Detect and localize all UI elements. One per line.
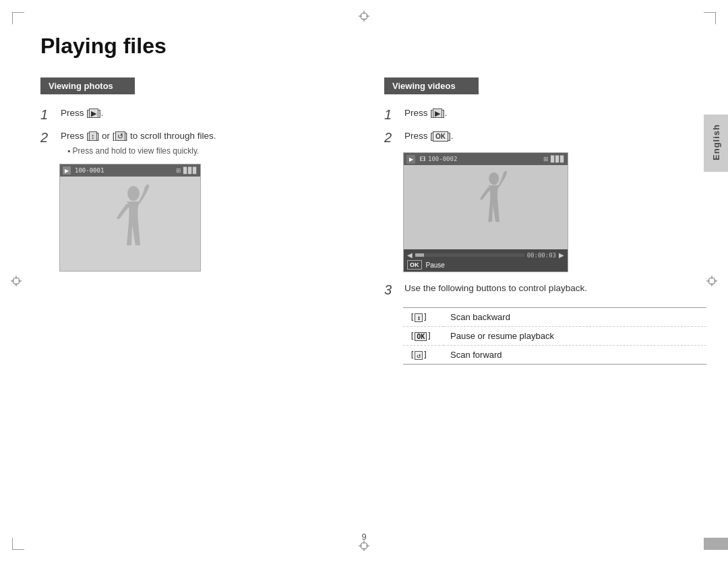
page-container: Playing files Viewing photos 1 Press [▶]… xyxy=(0,0,728,562)
page-title: Playing files xyxy=(40,34,688,59)
photo-silhouette xyxy=(103,181,157,264)
photo-file-label: 100-0001 xyxy=(75,167,104,174)
svg-point-20 xyxy=(127,186,140,201)
left-step-2-number: 2 xyxy=(40,129,55,146)
preview-icons-right: ⊞ ▊▊▊ xyxy=(176,167,198,174)
video-file-icon: 🎞 xyxy=(420,156,425,162)
left-step-1-content: Press [▶]. xyxy=(61,106,104,120)
preview-icon-battery: ▊▊▊ xyxy=(183,167,198,174)
left-step-1-number: 1 xyxy=(40,106,55,123)
preview-icon-grid: ⊞ xyxy=(176,167,181,174)
right-step-3-content: Use the following buttons to control pla… xyxy=(404,282,587,295)
right-step-3: 3 Use the following buttons to control p… xyxy=(384,282,688,298)
right-step-1-number: 1 xyxy=(384,106,399,123)
page-number: 9 xyxy=(361,532,366,542)
progress-fill xyxy=(415,253,424,257)
table-row: [↕] Scan backward xyxy=(403,308,706,327)
viewing-photos-header: Viewing photos xyxy=(40,77,135,94)
video-file-label: 100-0002 xyxy=(428,156,457,162)
table-cell-action-3: Scan forward xyxy=(444,346,706,365)
right-step-1: 1 Press [▶]. xyxy=(384,106,688,123)
time-label: 00:00:03 xyxy=(527,252,556,259)
rewind-icon: ◀ xyxy=(407,251,413,259)
video-play-icon: ▶ xyxy=(406,155,415,164)
left-step-1: 1 Press [▶]. xyxy=(40,106,344,123)
play-icon-btn: ▶ xyxy=(89,108,98,118)
right-step-2-number: 2 xyxy=(384,129,399,146)
video-icon-grid: ⊞ xyxy=(543,156,549,162)
table-cell-action-1: Scan backward xyxy=(444,308,706,327)
video-bottombar: ◀ 00:00:03 ▶ OK Pause xyxy=(404,249,568,272)
right-step-2: 2 Press [OK]. xyxy=(384,129,688,146)
right-step-1-content: Press [▶]. xyxy=(404,106,448,120)
video-controls-row: OK Pause xyxy=(407,260,564,270)
table-row: [OK] Pause or resume playback xyxy=(403,327,706,346)
scroll-btn: ↕ xyxy=(89,131,97,141)
video-preview-box: ▶ 🎞 100-0002 ⊞ ▊▊▊ xyxy=(403,152,568,272)
scan-fwd-btn: ↺ xyxy=(415,351,423,360)
scan-back-btn: ↕ xyxy=(415,313,423,322)
video-silhouette xyxy=(466,168,516,238)
ok-btn: OK xyxy=(433,131,448,142)
table-cell-btn-3: [↺] xyxy=(403,346,444,365)
left-step-2-content: Press [↕] or [↺] to scroll through files… xyxy=(61,129,216,157)
two-col-layout: Viewing photos 1 Press [▶]. 2 Press [↕] … xyxy=(40,77,688,365)
sub-bullet: Press and hold to view files quickly. xyxy=(61,145,216,157)
table-row: [↺] Scan forward xyxy=(403,346,706,365)
video-icon-battery: ▊▊▊ xyxy=(551,156,565,162)
progress-bar xyxy=(415,253,524,257)
video-ok-label: OK xyxy=(407,260,422,270)
table-cell-action-2: Pause or resume playback xyxy=(444,327,706,346)
forward-icon: ▶ xyxy=(559,251,564,259)
photo-preview-box: ▶ 100-0001 ⊞ ▊▊▊ xyxy=(59,164,201,272)
right-step-3-number: 3 xyxy=(384,282,399,298)
progress-bar-row: ◀ 00:00:03 ▶ xyxy=(407,251,564,259)
table-cell-btn-2: [OK] xyxy=(403,327,444,346)
right-column: Viewing videos 1 Press [▶]. 2 Press [OK]… xyxy=(384,77,688,365)
left-step-2: 2 Press [↕] or [↺] to scroll through fil… xyxy=(40,129,344,157)
video-pause-label: Pause xyxy=(426,261,445,269)
scroll-btn-2: ↺ xyxy=(115,131,125,141)
photo-preview-topbar: ▶ 100-0001 ⊞ ▊▊▊ xyxy=(60,164,200,177)
svg-point-21 xyxy=(489,173,499,185)
preview-play-icon: ▶ xyxy=(63,166,71,175)
right-step-2-content: Press [OK]. xyxy=(404,129,454,143)
viewing-videos-header: Viewing videos xyxy=(384,77,479,94)
table-cell-btn-1: [↕] xyxy=(403,308,444,327)
video-play-btn: ▶ xyxy=(433,108,442,118)
ok-btn-table: OK xyxy=(415,332,427,341)
left-column: Viewing photos 1 Press [▶]. 2 Press [↕] … xyxy=(40,77,344,272)
video-preview-topbar: ▶ 🎞 100-0002 ⊞ ▊▊▊ xyxy=(404,153,568,165)
video-icons-right: ⊞ ▊▊▊ xyxy=(543,156,565,162)
control-table: [↕] Scan backward [OK] Pause or resume p… xyxy=(403,307,706,365)
